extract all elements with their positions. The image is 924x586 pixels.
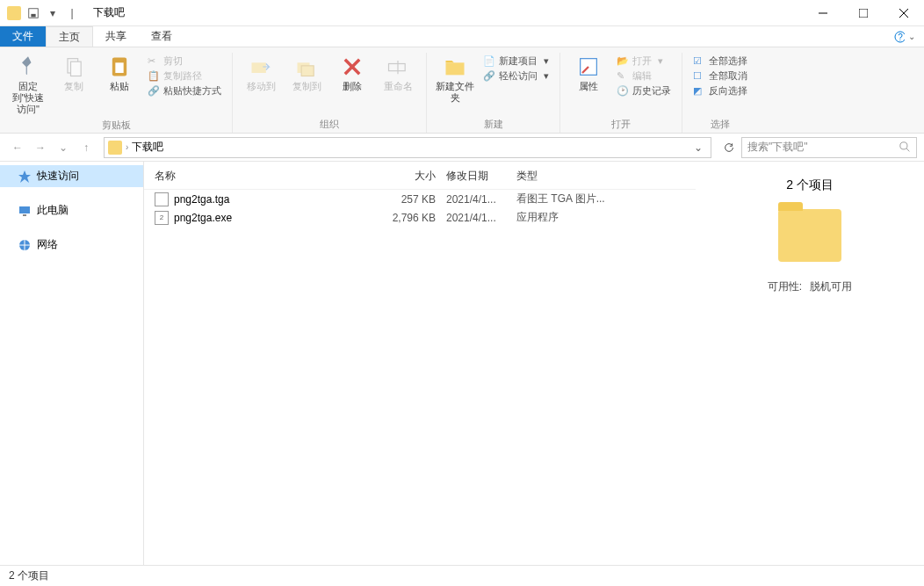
easy-access-button[interactable]: 🔗轻松访问▾ — [483, 69, 549, 83]
rename-button[interactable]: 重命名 — [377, 53, 419, 94]
svg-text:?: ? — [898, 33, 903, 42]
svg-line-22 — [906, 148, 909, 151]
nav-back-button[interactable]: ← — [7, 137, 28, 158]
tab-file[interactable]: 文件 — [0, 26, 46, 47]
move-to-button[interactable]: 移动到 — [240, 53, 282, 94]
preview-count: 2 个项目 — [786, 177, 834, 193]
refresh-button[interactable] — [718, 137, 740, 158]
address-bar: ← → ⌄ ↑ › 下载吧 ⌄ 搜索"下载吧" — [0, 134, 924, 162]
tab-view[interactable]: 查看 — [139, 26, 184, 47]
status-bar: 2 个项目 — [0, 565, 924, 586]
svg-rect-12 — [252, 62, 266, 73]
file-row[interactable]: png2tga.tga 257 KB 2021/4/1... 看图王 TGA 图… — [144, 190, 696, 208]
sidebar-item-network[interactable]: 网络 — [0, 234, 143, 256]
open-button[interactable]: 📂打开▾ — [617, 54, 671, 68]
svg-rect-9 — [71, 61, 82, 76]
new-folder-button[interactable]: 新建文件夹 — [434, 53, 476, 105]
help-icon[interactable]: ? ⌄ — [894, 26, 915, 47]
group-label-select: 选择 — [711, 118, 730, 131]
qat-dropdown-icon[interactable]: ▾ — [46, 6, 60, 20]
file-row[interactable]: 2 png2tga.exe 2,796 KB 2021/4/1... 应用程序 — [144, 208, 696, 227]
delete-button[interactable]: 删除 — [331, 53, 373, 94]
svg-rect-3 — [859, 9, 868, 18]
nav-up-button[interactable]: ↑ — [76, 137, 97, 158]
nav-recent-button[interactable]: ⌄ — [53, 137, 74, 158]
search-placeholder: 搜索"下载吧" — [747, 140, 808, 155]
content-area: 快速访问 此电脑 网络 名称 大小 修改日期 类型 png2tga.tga 25… — [0, 162, 924, 565]
address-dropdown-icon[interactable]: ⌄ — [689, 141, 707, 154]
ribbon: 固定到"快速访问" 复制 粘贴 ✂剪切 📋复制路径 🔗粘贴快捷方式 剪贴板 移动… — [0, 47, 924, 134]
invert-selection-button[interactable]: ◩反向选择 — [693, 84, 747, 98]
column-date[interactable]: 修改日期 — [446, 169, 516, 184]
svg-rect-17 — [389, 64, 406, 71]
history-button[interactable]: 🕑历史记录 — [617, 84, 671, 98]
svg-rect-24 — [19, 206, 30, 213]
cut-button[interactable]: ✂剪切 — [148, 54, 221, 68]
svg-marker-23 — [18, 170, 31, 183]
paste-button[interactable]: 粘贴 — [98, 53, 141, 94]
window-title: 下载吧 — [93, 5, 125, 20]
ribbon-group-new: 新建文件夹 📄新建项目▾ 🔗轻松访问▾ 新建 — [427, 53, 560, 133]
svg-rect-19 — [446, 62, 465, 75]
file-list[interactable]: 名称 大小 修改日期 类型 png2tga.tga 257 KB 2021/4/… — [144, 162, 696, 565]
sidebar-item-this-pc[interactable]: 此电脑 — [0, 199, 143, 221]
column-name[interactable]: 名称 — [155, 169, 376, 184]
address-folder-icon — [108, 141, 122, 155]
svg-rect-1 — [31, 13, 35, 17]
ribbon-group-clipboard: 固定到"快速访问" 复制 粘贴 ✂剪切 📋复制路径 🔗粘贴快捷方式 剪贴板 — [0, 53, 233, 133]
search-icon — [899, 141, 911, 153]
svg-rect-14 — [301, 66, 314, 76]
tab-share[interactable]: 共享 — [93, 26, 139, 47]
preview-availability: 可用性: 脱机可用 — [768, 279, 853, 294]
group-label-open: 打开 — [611, 118, 631, 131]
close-button[interactable] — [884, 0, 924, 26]
edit-button[interactable]: ✎编辑 — [617, 69, 671, 83]
svg-rect-11 — [115, 62, 123, 73]
preview-folder-icon — [778, 209, 841, 262]
navigation-pane: 快速访问 此电脑 网络 — [0, 162, 144, 565]
chevron-right-icon: › — [126, 142, 128, 152]
main-area: 名称 大小 修改日期 类型 png2tga.tga 257 KB 2021/4/… — [144, 162, 924, 565]
svg-point-21 — [900, 142, 907, 149]
address-path: 下载吧 — [132, 140, 163, 155]
minimize-button[interactable] — [803, 0, 843, 26]
ribbon-tabs: 文件 主页 共享 查看 ? ⌄ — [0, 26, 924, 47]
copy-to-button[interactable]: 复制到 — [285, 53, 328, 94]
properties-button[interactable]: 属性 — [567, 53, 610, 94]
group-label-new: 新建 — [484, 118, 503, 131]
select-none-button[interactable]: ☐全部取消 — [693, 69, 747, 83]
qat-separator: | — [65, 6, 79, 20]
ribbon-group-select: ☑全部选择 ☐全部取消 ◩反向选择 选择 — [682, 53, 758, 133]
column-size[interactable]: 大小 — [376, 169, 446, 184]
column-headers: 名称 大小 修改日期 类型 — [144, 165, 696, 190]
select-all-button[interactable]: ☑全部选择 — [693, 54, 747, 68]
nav-forward-button[interactable]: → — [30, 137, 51, 158]
file-icon — [155, 192, 169, 206]
group-label-clipboard: 剪贴板 — [102, 119, 131, 132]
pin-button[interactable]: 固定到"快速访问" — [7, 53, 49, 117]
status-text: 2 个项目 — [9, 568, 49, 583]
tab-home[interactable]: 主页 — [46, 26, 93, 47]
app-folder-icon — [7, 6, 21, 20]
preview-pane: 2 个项目 可用性: 脱机可用 — [696, 162, 924, 565]
column-type[interactable]: 类型 — [516, 169, 696, 184]
svg-rect-25 — [23, 214, 26, 216]
qat-save-icon[interactable] — [26, 6, 40, 20]
copy-path-button[interactable]: 📋复制路径 — [148, 69, 221, 83]
new-item-button[interactable]: 📄新建项目▾ — [483, 54, 549, 68]
group-label-organize: 组织 — [320, 118, 339, 131]
file-icon: 2 — [155, 211, 169, 225]
ribbon-group-organize: 移动到 复制到 删除 重命名 组织 — [233, 53, 427, 133]
title-bar: ▾ | 下载吧 — [0, 0, 924, 26]
address-input[interactable]: › 下载吧 ⌄ — [104, 137, 711, 158]
copy-button[interactable]: 复制 — [53, 53, 95, 94]
search-input[interactable]: 搜索"下载吧" — [741, 137, 917, 158]
maximize-button[interactable] — [843, 0, 884, 26]
sidebar-item-quick-access[interactable]: 快速访问 — [0, 165, 143, 187]
ribbon-group-open: 属性 📂打开▾ ✎编辑 🕑历史记录 打开 — [560, 53, 682, 133]
paste-shortcut-button[interactable]: 🔗粘贴快捷方式 — [148, 84, 221, 98]
